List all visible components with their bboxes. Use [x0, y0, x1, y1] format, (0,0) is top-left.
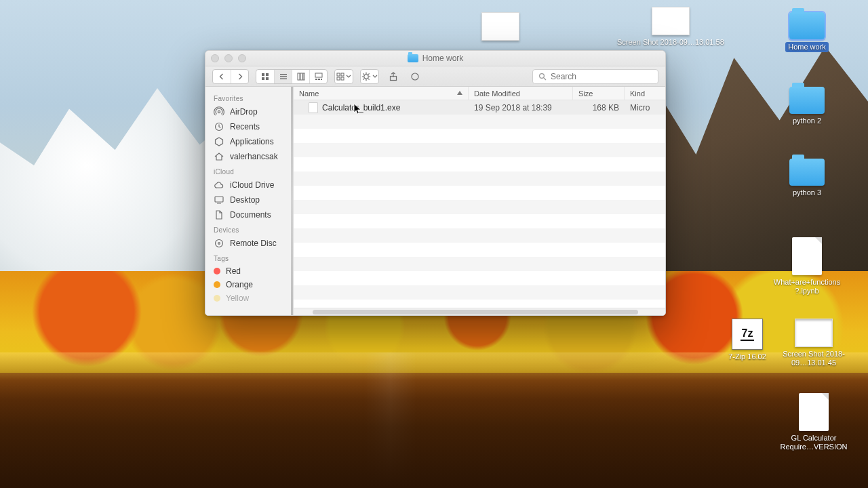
desktop-icon-thumbnail[interactable] [481, 12, 519, 41]
sidebar-item-applications[interactable]: Applications [211, 134, 293, 149]
sidebar-item-documents[interactable]: Documents [211, 207, 293, 222]
minimize-traffic-light[interactable] [224, 54, 233, 62]
desktop-icon-label: Home work [785, 42, 829, 52]
back-button[interactable] [213, 70, 231, 83]
screenshot-icon [795, 319, 833, 347]
sidebar-heading-favorites: Favorites [214, 95, 293, 102]
desktop-icon-screenshot[interactable]: Screen Shot 2018-09…13.01.45 [780, 319, 848, 367]
sidebar-item-remote-disc[interactable]: Remote Disc [211, 236, 293, 251]
desktop-icon-7zip[interactable]: 7z 7-Zip 16.02 [713, 319, 781, 361]
column-header-kind[interactable]: Kind [625, 87, 665, 100]
home-icon [214, 151, 224, 162]
sidebar-item-label: Red [226, 266, 241, 276]
sidebar-heading-icloud: iCloud [214, 168, 293, 176]
file-row[interactable]: Calculator_build1.exe 19 Sep 2018 at 18:… [294, 100, 665, 115]
file-icon [309, 102, 318, 113]
zoom-traffic-light[interactable] [238, 54, 246, 62]
forward-button[interactable] [231, 70, 248, 83]
svg-rect-33 [215, 197, 223, 202]
finder-sidebar[interactable]: Favorites AirDrop Recents Applications v… [205, 87, 294, 315]
svg-rect-3 [266, 77, 269, 80]
search-field[interactable] [532, 69, 658, 84]
column-header-size[interactable]: Size [573, 87, 625, 100]
arrange-segment [334, 69, 353, 84]
scrollbar-thumb[interactable] [313, 310, 638, 314]
sevenzip-icon: 7z [732, 319, 763, 350]
view-columns-button[interactable] [292, 70, 309, 83]
file-kind: Micro [625, 103, 665, 113]
finder-toolbar [205, 66, 665, 87]
airdrop-icon [214, 106, 224, 117]
svg-rect-7 [298, 73, 300, 80]
finder-window[interactable]: Home work [205, 50, 666, 316]
desktop-icon-label: Screen Shot 2018-09…13.01.45 [780, 350, 848, 367]
svg-rect-17 [341, 77, 344, 80]
svg-rect-9 [303, 73, 304, 80]
sidebar-tag-red[interactable]: Red [211, 264, 293, 278]
folder-icon [789, 159, 825, 186]
svg-rect-13 [321, 79, 322, 80]
view-gallery-button[interactable] [309, 70, 327, 83]
tags-button[interactable] [408, 69, 422, 84]
window-title: Home work [408, 54, 464, 63]
sidebar-item-icloud-drive[interactable]: iCloud Drive [211, 178, 293, 192]
sidebar-scroll-indicator[interactable] [291, 87, 293, 315]
svg-point-28 [412, 73, 418, 80]
screenshot-icon [652, 7, 690, 35]
arrange-button[interactable] [335, 70, 353, 83]
sidebar-item-desktop[interactable]: Desktop [211, 192, 293, 207]
sidebar-item-airdrop[interactable]: AirDrop [211, 104, 293, 119]
sidebar-tag-yellow[interactable]: Yellow [211, 291, 293, 305]
desktop-icon-thumbnail[interactable]: Screen Shot 2018-09…13.01.58 [617, 7, 724, 46]
action-button[interactable] [361, 70, 378, 83]
tag-dot-icon [214, 281, 220, 288]
sidebar-tag-orange[interactable]: Orange [211, 278, 293, 291]
svg-line-25 [368, 73, 370, 75]
svg-rect-16 [337, 77, 340, 80]
view-list-button[interactable] [274, 70, 292, 83]
column-header-name[interactable]: Name [294, 87, 469, 100]
desktop-icon [214, 195, 224, 205]
column-headers: Name Date Modified Size Kind [294, 87, 665, 100]
sidebar-item-home[interactable]: valerhancsak [211, 149, 293, 164]
desktop-icon-file-glcalc[interactable]: GL Calculator Require…VERSION [780, 393, 848, 451]
view-icons-button[interactable] [256, 70, 274, 83]
sidebar-item-label: Yellow [226, 293, 249, 303]
svg-line-23 [363, 73, 364, 75]
svg-rect-11 [315, 79, 317, 80]
horizontal-scrollbar[interactable] [294, 308, 665, 315]
close-traffic-light[interactable] [211, 54, 219, 62]
clock-icon [214, 121, 224, 132]
sidebar-item-recents[interactable]: Recents [211, 119, 293, 134]
sidebar-item-label: Documents [230, 210, 271, 220]
share-button[interactable] [386, 69, 401, 84]
file-icon [792, 237, 822, 275]
desktop-icon-folder-python2[interactable]: python 2 [773, 87, 841, 125]
desktop-icon-folder-python3[interactable]: python 3 [773, 159, 841, 197]
traffic-lights [211, 54, 246, 62]
sidebar-item-label: iCloud Drive [230, 180, 274, 190]
finder-content: Name Date Modified Size Kind Calculator_… [294, 87, 665, 315]
cloud-icon [214, 180, 224, 190]
desktop-icon-label: python 3 [793, 188, 821, 197]
desktop-icon-file-functions[interactable]: What+are+functions?.ipynb [773, 237, 841, 295]
svg-rect-5 [280, 76, 287, 77]
tag-dot-icon [214, 295, 220, 302]
disc-icon [214, 238, 224, 249]
file-icon [799, 393, 829, 431]
svg-line-30 [544, 78, 546, 80]
window-titlebar[interactable]: Home work [205, 51, 665, 66]
svg-rect-10 [315, 73, 322, 77]
file-name: Calculator_build1.exe [322, 103, 400, 113]
column-header-date[interactable]: Date Modified [469, 87, 573, 100]
svg-line-26 [363, 79, 364, 80]
svg-rect-12 [318, 79, 320, 80]
desktop-icon-label: GL Calculator Require…VERSION [780, 434, 848, 451]
svg-rect-14 [337, 73, 340, 76]
svg-rect-8 [300, 73, 302, 80]
search-input[interactable] [551, 72, 652, 81]
svg-point-34 [216, 240, 223, 247]
svg-rect-0 [262, 73, 264, 76]
desktop-icon-folder-homework[interactable]: Home work [773, 12, 841, 52]
file-list[interactable]: Calculator_build1.exe 19 Sep 2018 at 18:… [294, 100, 665, 308]
